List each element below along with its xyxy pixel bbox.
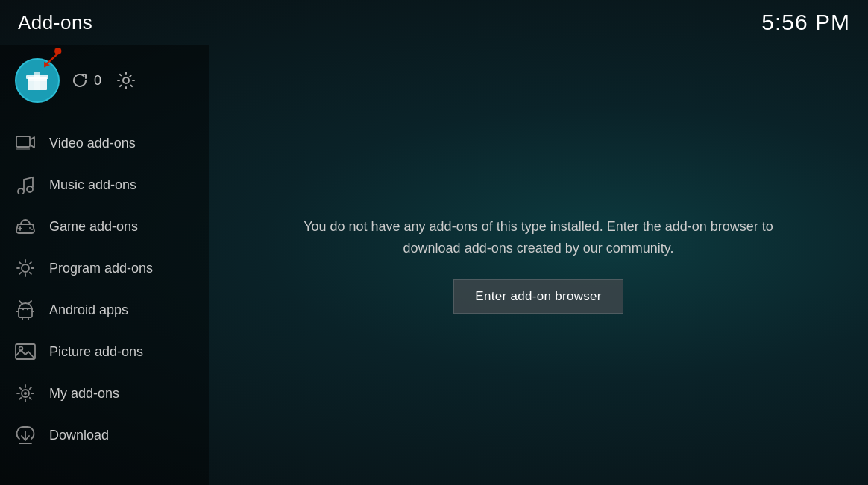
clock: 5:56 PM [761,10,850,35]
svg-point-29 [24,392,27,395]
svg-rect-10 [16,148,30,150]
sidebar-header: 0 [0,45,209,116]
svg-point-15 [29,227,31,229]
myaddon-icon [15,383,36,404]
nav-list: Video add-ons Music add-ons [0,116,209,485]
svg-line-18 [19,301,22,304]
svg-rect-7 [34,72,40,77]
sidebar-item-program-addons[interactable]: Program add-ons [0,247,209,289]
svg-line-19 [28,301,31,304]
android-icon [15,299,36,320]
svg-point-8 [123,77,129,83]
download-icon [15,425,36,446]
page-title: Add-ons [18,11,92,34]
svg-point-16 [31,229,33,230]
sidebar-item-my-addons[interactable]: My add-ons [0,373,209,414]
refresh-count: 0 [94,73,101,89]
sidebar-item-label: Program add-ons [49,261,153,276]
svg-point-11 [18,188,24,194]
refresh-button[interactable]: 0 [72,72,101,89]
sidebar-item-label: Game add-ons [49,219,138,235]
sidebar-item-label: Video add-ons [49,136,136,151]
program-icon [15,258,36,279]
empty-message-container: You do not have any add-ons of this type… [285,216,792,314]
game-icon [15,216,36,237]
sidebar-item-picture-addons[interactable]: Picture add-ons [0,331,209,373]
video-icon [15,133,36,153]
sidebar-item-label: Android apps [49,302,128,318]
enter-addon-browser-button[interactable]: Enter add-on browser [453,279,623,314]
top-bar: Add-ons 5:56 PM [0,0,868,45]
music-icon [15,174,36,195]
sidebar-item-video-addons[interactable]: Video add-ons [0,122,209,164]
sidebar-item-game-addons[interactable]: Game add-ons [0,206,209,247]
sidebar: 0 Video add-ons [0,45,209,485]
sidebar-item-label: Music add-ons [49,177,136,193]
sidebar-item-music-addons[interactable]: Music add-ons [0,164,209,206]
gear-icon [116,71,136,90]
sidebar-item-download[interactable]: Download [0,414,209,456]
sidebar-item-label: Picture add-ons [49,344,143,360]
settings-button[interactable] [116,71,136,90]
svg-point-21 [27,308,28,310]
sidebar-item-label: Download [49,428,109,443]
empty-message-text: You do not have any add-ons of this type… [300,216,777,259]
addon-browser-icon-button[interactable] [15,58,60,103]
refresh-icon [72,72,88,89]
sidebar-item-android-apps[interactable]: Android apps [0,289,209,331]
svg-point-12 [27,186,33,192]
svg-point-20 [22,308,24,310]
sidebar-item-label: My add-ons [49,386,119,402]
svg-rect-9 [16,136,30,147]
red-arrow-indicator [42,48,63,69]
svg-point-17 [22,264,29,272]
picture-icon [15,341,36,362]
svg-line-1 [46,54,58,64]
svg-rect-5 [34,77,40,90]
package-icon [25,68,50,93]
main-content: You do not have any add-ons of this type… [209,45,868,485]
